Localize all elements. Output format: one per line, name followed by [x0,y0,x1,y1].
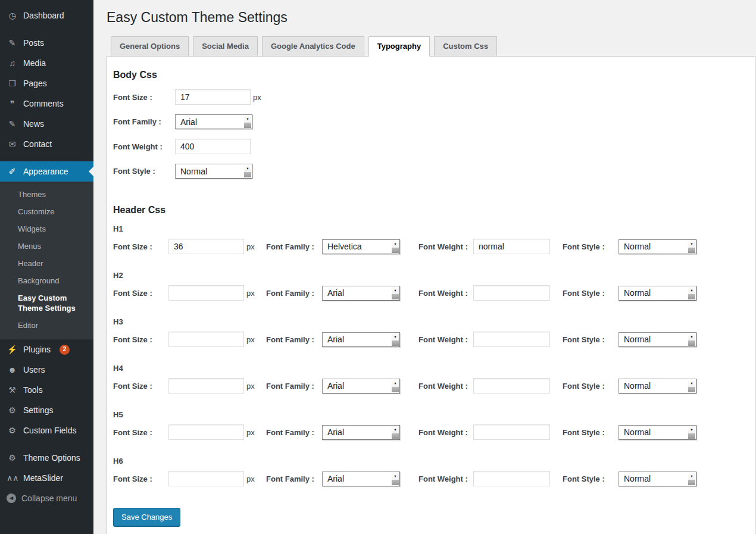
dropdown-arrow-icon [244,115,251,128]
sidebar-item-label: Contact [23,139,52,149]
sidebar-item-custom-fields[interactable]: ⚙Custom Fields [0,420,93,441]
h6-font-weight-input[interactable] [473,471,550,486]
header-css-heading: Header Css [113,205,743,216]
header-row-grid: Font Size :pxFont Family :HelveticaFont … [113,239,743,254]
field-label: Font Family : [266,289,322,298]
collapse-arrow-icon: ◀ [7,494,16,503]
h5-font-size-input[interactable] [168,424,244,440]
settings-panel: Body Css Font Size :pxFont Family :Arial… [107,56,755,534]
sidebar-item-news[interactable]: ✎News [0,114,93,134]
h1-font-weight-input[interactable] [473,239,550,254]
field-label: Font Family : [266,428,322,437]
field-label: Font Style : [563,242,618,251]
select-value: Arial [327,381,344,391]
body-font-style-select[interactable]: Normal [175,164,252,179]
px-suffix: px [246,242,255,251]
field-label: Font Size : [113,242,168,251]
sidebar-item-label: MetaSlider [23,473,63,483]
sidebar-item-appearance[interactable]: ✐Appearance [0,161,93,182]
submenu-item-customize[interactable]: Customize [0,203,93,220]
h3-font-style-select[interactable]: Normal [618,332,696,347]
field-label: Font Size : [113,289,168,298]
h4-font-style-select[interactable]: Normal [618,379,696,394]
h6-font-style-select[interactable]: Normal [618,471,696,486]
px-suffix: px [246,289,255,298]
gear-icon: ⚙ [7,425,18,436]
heading-tag-label: H5 [113,410,743,419]
h6-font-size-input[interactable] [168,471,244,486]
h5-font-family-select[interactable]: Arial [322,425,400,440]
sidebar-item-plugins[interactable]: ⚡Plugins2 [0,339,93,360]
h2-font-style-select[interactable]: Normal [618,286,696,301]
tab-general-options[interactable]: General Options [111,36,189,57]
h3-font-weight-input[interactable] [473,332,550,347]
sidebar-item-theme-options[interactable]: ⚙Theme Options [0,448,93,468]
media-icon: ♫ [7,58,18,68]
submenu-item-widgets[interactable]: Widgets [0,220,93,238]
h4-font-size-input[interactable] [168,378,244,394]
sidebar-item-metaslider[interactable]: ∧∧MetaSlider [0,468,93,488]
h2-font-weight-input[interactable] [473,285,550,301]
h4-font-family-select[interactable]: Arial [322,379,400,394]
body-font-weight-input[interactable] [175,139,251,154]
menu-separator [0,154,93,161]
tab-social-media[interactable]: Social Media [193,36,258,57]
submenu-item-background[interactable]: Background [0,272,93,289]
tab-google-analytics-code[interactable]: Google Analytics Code [262,36,364,57]
save-changes-button[interactable]: Save Changes [113,508,180,527]
submenu-item-easy-custom-theme-settings[interactable]: Easy Custom Theme Settings [0,289,93,317]
heading-tag-label: H3 [113,317,743,326]
sidebar-item-label: News [23,118,44,129]
sidebar-item-media[interactable]: ♫Media [0,53,93,73]
h5-font-style-select[interactable]: Normal [618,425,696,440]
h3-font-size-input[interactable] [168,332,244,347]
submenu-item-editor[interactable]: Editor [0,317,93,334]
header-row-h4: H4Font Size :pxFont Family :ArialFont We… [113,364,743,394]
h1-font-family-select[interactable]: Helvetica [322,239,400,254]
submenu-item-menus[interactable]: Menus [0,238,93,255]
h1-font-style-select[interactable]: Normal [618,239,696,254]
submenu-item-themes[interactable]: Themes [0,186,93,203]
h1-font-size-input[interactable] [168,239,244,254]
comment-bubble-icon: ❞ [7,98,18,109]
body-font-size-input[interactable] [175,89,251,105]
dropdown-arrow-icon [392,380,399,392]
sidebar-item-dashboard[interactable]: ◷Dashboard [0,5,93,26]
field-label: Font Family : [266,335,322,344]
sidebar-menu: ◷Dashboard✎Posts♫Media❐Pages❞Comments✎Ne… [0,5,93,508]
field-label: Font Style : [563,474,618,483]
px-suffix: px [253,93,261,102]
envelope-icon: ✉ [7,139,18,149]
sidebar-item-collapse[interactable]: ◀Collapse menu [0,488,93,508]
tab-typography[interactable]: Typography [368,36,430,57]
sidebar-item-users[interactable]: ☻Users [0,360,93,380]
sidebar-item-posts[interactable]: ✎Posts [0,33,93,53]
select-value: Arial [327,335,344,344]
dropdown-arrow-icon [688,287,695,299]
sidebar-item-label: Dashboard [23,10,64,21]
dropdown-arrow-icon [392,333,399,346]
sidebar-item-contact[interactable]: ✉Contact [0,134,93,154]
h2-font-size-input[interactable] [168,285,244,301]
font-size-cell: px [168,471,266,486]
plugins-update-badge: 2 [60,345,70,355]
font-size-cell: px [168,332,266,347]
sidebar-item-settings[interactable]: ⚙Settings [0,400,93,420]
submenu-item-header[interactable]: Header [0,255,93,272]
h6-font-family-select[interactable]: Arial [322,471,400,486]
h3-font-family-select[interactable]: Arial [322,332,400,347]
sidebar-item-tools[interactable]: ⚒Tools [0,380,93,400]
h5-font-weight-input[interactable] [473,424,550,440]
font-size-cell: px [168,424,266,440]
sidebar-item-pages[interactable]: ❐Pages [0,73,93,93]
heading-tag-label: H1 [113,224,743,233]
body-font-family-select[interactable]: Arial [175,114,252,129]
h4-font-weight-input[interactable] [473,378,550,394]
plug-icon: ⚡ [7,344,18,355]
dropdown-arrow-icon [244,165,251,177]
sidebar-item-comments[interactable]: ❞Comments [0,93,93,114]
select-value: Normal [624,335,651,344]
h2-font-family-select[interactable]: Arial [322,286,400,301]
tab-custom-css[interactable]: Custom Css [434,36,497,57]
select-value: Arial [327,474,344,483]
